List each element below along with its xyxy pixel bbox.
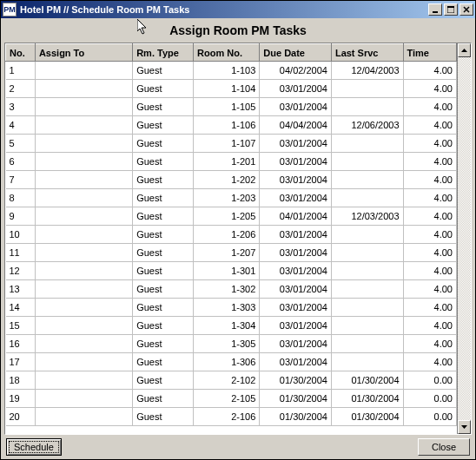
cell-room[interactable]: 1-103 [194, 62, 260, 80]
table-row[interactable]: 12Guest1-30103/01/20044.00 [6, 262, 457, 280]
cell-assign[interactable] [35, 135, 132, 153]
cell-due[interactable]: 03/01/2004 [260, 171, 332, 189]
cell-time[interactable]: 4.00 [403, 116, 456, 135]
schedule-button[interactable]: Schedule [6, 438, 62, 456]
cell-last[interactable] [331, 98, 403, 116]
cell-type[interactable]: Guest [133, 408, 194, 426]
minimize-button[interactable] [428, 3, 442, 16]
cell-no[interactable]: 20 [6, 408, 36, 426]
cell-no[interactable]: 19 [6, 390, 36, 408]
cell-assign[interactable] [35, 353, 132, 371]
cell-no[interactable]: 9 [6, 207, 36, 226]
cell-time[interactable]: 4.00 [403, 353, 456, 371]
cell-type[interactable]: Guest [133, 153, 194, 171]
cell-assign[interactable] [35, 408, 132, 426]
cell-room[interactable]: 1-302 [194, 280, 260, 299]
cell-due[interactable]: 03/01/2004 [260, 80, 332, 98]
cell-time[interactable]: 0.00 [403, 371, 456, 390]
cell-due[interactable]: 03/01/2004 [260, 335, 332, 353]
table-row[interactable]: 13Guest1-30203/01/20044.00 [6, 280, 457, 299]
cell-type[interactable]: Guest [133, 280, 194, 299]
cell-last[interactable] [331, 262, 403, 280]
cell-last[interactable] [331, 280, 403, 299]
scroll-down-button[interactable] [458, 420, 471, 434]
cell-type[interactable]: Guest [133, 299, 194, 317]
col-header-assign[interactable]: Assign To [35, 44, 132, 62]
cell-type[interactable]: Guest [133, 62, 194, 80]
cell-room[interactable]: 1-304 [194, 317, 260, 335]
table-row[interactable]: 3Guest1-10503/01/20044.00 [6, 98, 457, 116]
cell-time[interactable]: 4.00 [403, 153, 456, 171]
cell-time[interactable]: 4.00 [403, 189, 456, 207]
cell-room[interactable]: 2-106 [194, 408, 260, 426]
cell-due[interactable]: 03/01/2004 [260, 226, 332, 244]
cell-time[interactable]: 0.00 [403, 408, 456, 426]
cell-type[interactable]: Guest [133, 135, 194, 153]
cell-assign[interactable] [35, 62, 132, 80]
cell-due[interactable]: 03/01/2004 [260, 353, 332, 371]
cell-assign[interactable] [35, 244, 132, 262]
cell-due[interactable]: 04/01/2004 [260, 207, 332, 226]
scroll-up-button[interactable] [458, 43, 471, 57]
table-row[interactable]: 19Guest2-10501/30/200401/30/20040.00 [6, 390, 457, 408]
cell-time[interactable]: 4.00 [403, 98, 456, 116]
cell-time[interactable]: 4.00 [403, 62, 456, 80]
cell-time[interactable]: 4.00 [403, 335, 456, 353]
cell-no[interactable]: 16 [6, 335, 36, 353]
cell-type[interactable]: Guest [133, 317, 194, 335]
cell-due[interactable]: 04/04/2004 [260, 116, 332, 135]
cell-due[interactable]: 01/30/2004 [260, 390, 332, 408]
cell-due[interactable]: 03/01/2004 [260, 244, 332, 262]
cell-no[interactable]: 12 [6, 262, 36, 280]
table-row[interactable]: 20Guest2-10601/30/200401/30/20040.00 [6, 408, 457, 426]
col-header-due[interactable]: Due Date [260, 44, 332, 62]
table-row[interactable]: 9Guest1-20504/01/200412/03/20034.00 [6, 207, 457, 226]
table-row[interactable]: 7Guest1-20203/01/20044.00 [6, 171, 457, 189]
col-header-time[interactable]: Time [403, 44, 456, 62]
cell-room[interactable]: 2-102 [194, 371, 260, 390]
col-header-room[interactable]: Room No. [194, 44, 260, 62]
cell-time[interactable]: 4.00 [403, 135, 456, 153]
cell-no[interactable]: 15 [6, 317, 36, 335]
table-row[interactable]: 4Guest1-10604/04/200412/06/20034.00 [6, 116, 457, 135]
cell-type[interactable]: Guest [133, 335, 194, 353]
cell-type[interactable]: Guest [133, 244, 194, 262]
cell-type[interactable]: Guest [133, 171, 194, 189]
cell-assign[interactable] [35, 98, 132, 116]
cell-type[interactable]: Guest [133, 116, 194, 135]
cell-room[interactable]: 1-303 [194, 299, 260, 317]
close-button[interactable] [459, 3, 473, 16]
cell-time[interactable]: 4.00 [403, 317, 456, 335]
close-dialog-button[interactable]: Close [418, 438, 470, 456]
table-row[interactable]: 1Guest1-10304/02/200412/04/20034.00 [6, 62, 457, 80]
cell-room[interactable]: 1-203 [194, 189, 260, 207]
cell-time[interactable]: 4.00 [403, 207, 456, 226]
cell-due[interactable]: 03/01/2004 [260, 299, 332, 317]
cell-no[interactable]: 13 [6, 280, 36, 299]
cell-room[interactable]: 1-305 [194, 335, 260, 353]
cell-no[interactable]: 4 [6, 116, 36, 135]
cell-room[interactable]: 1-104 [194, 80, 260, 98]
cell-last[interactable]: 01/30/2004 [331, 390, 403, 408]
cell-no[interactable]: 11 [6, 244, 36, 262]
cell-last[interactable] [331, 335, 403, 353]
cell-no[interactable]: 6 [6, 153, 36, 171]
cell-type[interactable]: Guest [133, 189, 194, 207]
cell-no[interactable]: 3 [6, 98, 36, 116]
cell-assign[interactable] [35, 226, 132, 244]
table-row[interactable]: 2Guest1-10403/01/20044.00 [6, 80, 457, 98]
table-row[interactable]: 5Guest1-10703/01/20044.00 [6, 135, 457, 153]
cell-no[interactable]: 1 [6, 62, 36, 80]
cell-assign[interactable] [35, 317, 132, 335]
cell-assign[interactable] [35, 80, 132, 98]
cell-last[interactable] [331, 353, 403, 371]
cell-assign[interactable] [35, 371, 132, 390]
cell-due[interactable]: 01/30/2004 [260, 408, 332, 426]
cell-last[interactable] [331, 244, 403, 262]
cell-last[interactable] [331, 135, 403, 153]
cell-type[interactable]: Guest [133, 262, 194, 280]
cell-type[interactable]: Guest [133, 98, 194, 116]
cell-due[interactable]: 03/01/2004 [260, 135, 332, 153]
cell-room[interactable]: 1-107 [194, 135, 260, 153]
table-row[interactable]: 18Guest2-10201/30/200401/30/20040.00 [6, 371, 457, 390]
